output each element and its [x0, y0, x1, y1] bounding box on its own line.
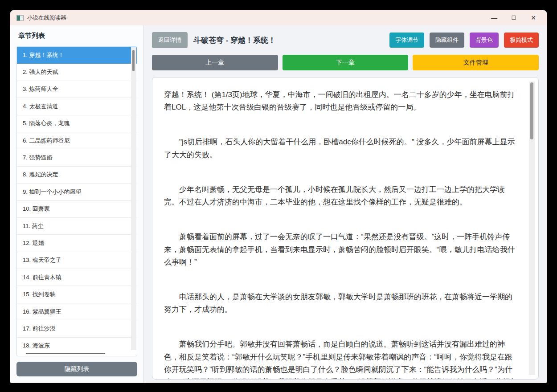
chapter-nav-row: 上一章 下一章 文件管理 [152, 55, 539, 70]
file-manager-button[interactable]: 文件管理 [413, 55, 539, 70]
window-title: 小说在线阅读器 [27, 14, 484, 22]
chapter-sidebar: 章节列表 1. 穿越！系统！2. 强大的天赋3. 炼药师大全4. 太极玄清道5.… [10, 25, 144, 383]
title-bar: 小说在线阅读器 — ☐ ✕ [10, 10, 547, 25]
prev-chapter-button[interactable]: 上一章 [152, 55, 278, 70]
chapter-list-horizontal-scrollbar[interactable] [19, 351, 129, 355]
minimal-mode-button[interactable]: 极简模式 [504, 33, 539, 48]
novel-paragraph: 萧畅看着面前的屏幕，过了一会无奈的叹了一口气道：“果然还是没有晋级。”这时，一阵… [164, 231, 518, 269]
background-color-button[interactable]: 背景色 [470, 33, 499, 48]
novel-paragraph: 少年名叫萧畅，无父无母是一个孤儿，小时候在孤儿院长大，然后又一边打工一边上学的把… [164, 184, 518, 208]
reader-panel: 穿越！系统！ (第1/3页)地球，华夏，中海市，一间破旧的出租屋内。一名二十多岁… [152, 77, 539, 380]
main-panel: 返回详情 斗破苍穹 - 穿越！系统！ 字体调节 隐藏组件 背景色 极简模式 上一… [144, 25, 547, 383]
chapter-list-item[interactable]: 12. 退婚 [17, 235, 137, 252]
chapter-list-item[interactable]: 4. 太极玄清道 [17, 98, 137, 115]
app-window: 小说在线阅读器 — ☐ ✕ 章节列表 1. 穿越！系统！2. 强大的天赋3. 炼… [10, 10, 547, 383]
chapter-list-item[interactable]: 5. 陨落心炎，龙魂 [17, 115, 137, 132]
hide-list-button[interactable]: 隐藏列表 [16, 362, 137, 376]
chapter-list-item[interactable]: 8. 雅妃的决定 [17, 167, 137, 184]
chapter-list-item[interactable]: 1. 穿越！系统！ [17, 47, 137, 64]
chapter-list-item[interactable]: 6. 二品炼药师谷尼 [17, 132, 137, 149]
app-body: 章节列表 1. 穿越！系统！2. 强大的天赋3. 炼药师大全4. 太极玄清道5.… [10, 25, 547, 383]
novel-paragraph: "js切后排啊，石头人你的大留着干什么用，卧槽adc你什么时候死的。" 没多久，… [164, 136, 518, 161]
chapter-list-items: 1. 穿越！系统！2. 强大的天赋3. 炼药师大全4. 太极玄清道5. 陨落心炎… [17, 47, 137, 351]
maximize-button[interactable]: ☐ [504, 11, 524, 24]
chapter-list-item[interactable]: 3. 炼药师大全 [17, 81, 137, 98]
scrollbar-thumb[interactable] [530, 82, 533, 139]
chapter-list-item[interactable]: 18. 海波东 [17, 338, 137, 351]
chapter-list-item[interactable]: 2. 强大的天赋 [17, 64, 137, 81]
chapter-list-item[interactable]: 9. 抽到一个小小的愿望 [17, 184, 137, 200]
font-adjust-button[interactable]: 字体调节 [389, 33, 424, 48]
chapter-list-item[interactable]: 10. 回萧家 [17, 201, 137, 218]
chapter-list-title: 章节列表 [18, 32, 137, 40]
chapter-list-item[interactable]: 7. 强势逼婚 [17, 149, 137, 166]
next-chapter-button[interactable]: 下一章 [283, 55, 409, 70]
chapter-list-item[interactable]: 13. 魂天帝之子 [17, 252, 137, 269]
page-title: 斗破苍穹 - 穿越！系统！ [193, 35, 384, 45]
chapter-list: 1. 穿越！系统！2. 强大的天赋3. 炼药师大全4. 太极玄清道5. 陨落心炎… [16, 46, 137, 356]
close-button[interactable]: ✕ [524, 11, 543, 24]
back-to-details-button[interactable]: 返回详情 [152, 32, 188, 48]
hide-components-button[interactable]: 隐藏组件 [430, 33, 464, 48]
scrollbar-thumb[interactable] [132, 50, 135, 71]
chapter-list-item[interactable]: 16. 紫晶翼狮王 [17, 303, 137, 320]
novel-paragraph: 电话那头的人，是萧畅在大学谈的女朋友郭敏，郭敏大学时是萧畅那班的班花，在萧畅将近… [164, 291, 518, 316]
scrollbar-thumb[interactable] [26, 353, 105, 354]
chapter-list-vertical-scrollbar[interactable] [131, 47, 136, 350]
chapter-list-item[interactable]: 14. 前往青木镇 [17, 269, 137, 286]
chapter-list-item[interactable]: 11. 药尘 [17, 218, 137, 235]
reader-text: 穿越！系统！ (第1/3页)地球，华夏，中海市，一间破旧的出租屋内。一名二十多岁… [152, 78, 538, 379]
chapter-list-item[interactable]: 15. 找到卷轴 [17, 286, 137, 303]
chapter-list-item[interactable]: 17. 前往沙漠 [17, 320, 137, 337]
app-icon [16, 15, 24, 21]
novel-paragraph: 萧畅我们分手吧。郭敏并没有回答萧畅话，而是自顾自的说道。萧畅听到这话并没有漏出难… [164, 338, 518, 379]
minimize-button[interactable]: — [484, 11, 504, 24]
reader-vertical-scrollbar[interactable] [529, 82, 535, 375]
header-row: 返回详情 斗破苍穹 - 穿越！系统！ 字体调节 隐藏组件 背景色 极简模式 [152, 32, 539, 48]
novel-paragraph: 穿越！系统！ (第1/3页)地球，华夏，中海市，一间破旧的出租屋内。一名二十多岁… [164, 89, 518, 114]
